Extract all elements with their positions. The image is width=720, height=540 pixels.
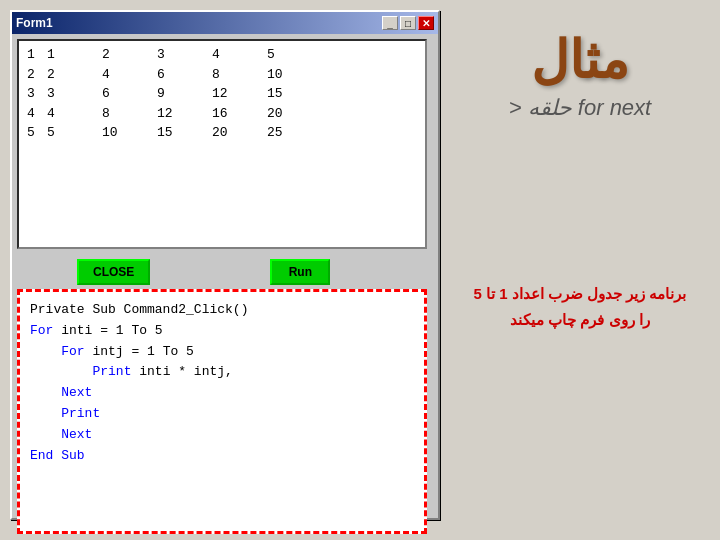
table-row: 112345: [27, 45, 417, 65]
window-content: 1123452246810336912154481216205510152025…: [12, 34, 438, 518]
table-cell: 5: [267, 45, 322, 65]
close-button[interactable]: CLOSE: [77, 259, 150, 285]
table-cell: 20: [267, 104, 322, 124]
right-panel: مثال for next حلقه < برنامه زیر جدول ضرب…: [450, 10, 710, 520]
table-row: 5510152025: [27, 123, 417, 143]
table-row: 2246810: [27, 65, 417, 85]
table-cell: 2: [102, 45, 157, 65]
table-cell: 3: [157, 45, 212, 65]
table-cell: 6: [102, 84, 157, 104]
table-cell: 8: [212, 65, 267, 85]
table-cell: 5: [27, 123, 47, 143]
table-cell: 12: [157, 104, 212, 124]
code-line-8: End Sub: [30, 446, 414, 467]
subtitle-text: for next حلقه <: [450, 95, 710, 121]
table-cell: 16: [212, 104, 267, 124]
table-cell: 20: [212, 123, 267, 143]
table-cell: 10: [267, 65, 322, 85]
table-cell: 8: [102, 104, 157, 124]
table-cell: 4: [212, 45, 267, 65]
code-line-7: Next: [30, 425, 414, 446]
table-row: 33691215: [27, 84, 417, 104]
table-cell: 10: [102, 123, 157, 143]
maximize-button[interactable]: □: [400, 16, 416, 30]
table-cell: 3: [27, 84, 47, 104]
table-row: 448121620: [27, 104, 417, 124]
table-cell: 1: [27, 45, 47, 65]
buttons-area: CLOSE Run: [17, 259, 427, 285]
table-cell: 2: [27, 65, 47, 85]
main-window: Form1 _ □ ✕ 1123452246810336912154481216…: [10, 10, 440, 520]
logo-text: مثال: [450, 30, 710, 90]
window-title: Form1: [16, 16, 53, 30]
table-cell: 6: [157, 65, 212, 85]
run-button[interactable]: Run: [270, 259, 330, 285]
minimize-button[interactable]: _: [382, 16, 398, 30]
table-cell: 9: [157, 84, 212, 104]
close-window-button[interactable]: ✕: [418, 16, 434, 30]
table-cell: 4: [102, 65, 157, 85]
code-line-4: Print inti * intj,: [30, 362, 414, 383]
table-cell: 2: [47, 65, 102, 85]
description-text: برنامه زیر جدول ضرب اعداد 1 تا 5را روی ف…: [450, 281, 710, 332]
titlebar-buttons: _ □ ✕: [382, 16, 434, 30]
table-cell: 3: [47, 84, 102, 104]
code-line-2: For inti = 1 To 5: [30, 321, 414, 342]
code-line-6: Print: [30, 404, 414, 425]
table-cell: 15: [267, 84, 322, 104]
code-line-5: Next: [30, 383, 414, 404]
code-area: Private Sub Command2_Click() For inti = …: [17, 289, 427, 534]
table-cell: 4: [47, 104, 102, 124]
code-line-3: For intj = 1 To 5: [30, 342, 414, 363]
table-cell: 5: [47, 123, 102, 143]
code-line-1: Private Sub Command2_Click(): [30, 300, 414, 321]
table-cell: 25: [267, 123, 322, 143]
table-cell: 1: [47, 45, 102, 65]
multiplication-table: 1123452246810336912154481216205510152025: [27, 45, 417, 143]
table-cell: 15: [157, 123, 212, 143]
data-area: 1123452246810336912154481216205510152025: [17, 39, 427, 249]
table-cell: 4: [27, 104, 47, 124]
table-cell: 12: [212, 84, 267, 104]
titlebar: Form1 _ □ ✕: [12, 12, 438, 34]
